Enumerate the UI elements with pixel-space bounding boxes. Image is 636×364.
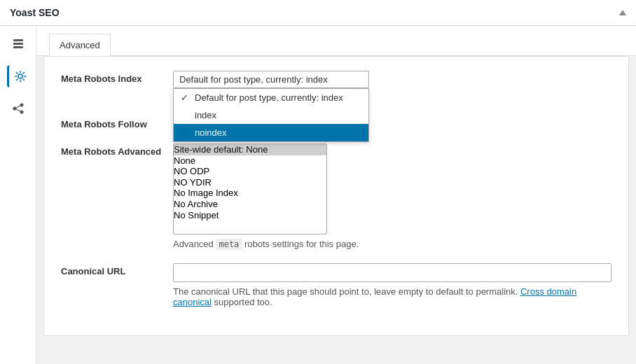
svg-rect-1 — [13, 43, 23, 45]
page-icon[interactable] — [7, 33, 29, 55]
meta-robots-index-row: Meta Robots Index Default for post type,… — [61, 71, 611, 88]
tab-bar: Advanced — [36, 26, 636, 56]
checkmark-default: ✓ — [181, 92, 191, 103]
listbox-item-no-image-index[interactable]: No Image Index — [174, 188, 326, 199]
meta-robots-advanced-label: Meta Robots Advanced — [61, 144, 173, 157]
sidebar — [0, 26, 36, 364]
svg-line-8 — [15, 108, 22, 112]
dropdown-item-default[interactable]: ✓ Default for post type, currently: inde… — [174, 89, 368, 106]
app-title: Yoast SEO — [10, 7, 60, 18]
svg-line-7 — [15, 105, 22, 108]
canonical-url-label: Canonical URL — [61, 263, 173, 276]
meta-robots-advanced-listbox[interactable]: Site-wide default: None None NO ODP NO Y… — [173, 144, 327, 234]
select-trigger[interactable]: Default for post type, currently: index — [173, 71, 369, 88]
select-current-value: Default for post type, currently: index — [179, 74, 328, 85]
listbox-item-site-wide[interactable]: Site-wide default: None — [174, 144, 326, 155]
svg-rect-2 — [13, 46, 23, 48]
meta-robots-follow-label: Meta Robots Follow — [61, 116, 173, 130]
title-bar: Yoast SEO — [0, 0, 636, 26]
content-area: Advanced Meta Robots Index Default for p… — [36, 26, 636, 364]
scroll-up-arrow[interactable] — [619, 10, 626, 15]
dropdown-menu: ✓ Default for post type, currently: inde… — [173, 88, 369, 142]
tab-advanced[interactable]: Advanced — [49, 34, 111, 56]
svg-point-3 — [18, 74, 22, 78]
listbox-item-no-ydir[interactable]: NO YDIR — [174, 177, 326, 188]
settings-icon[interactable] — [7, 65, 29, 88]
canonical-url-input[interactable] — [173, 263, 611, 282]
canonical-url-description: The canonical URL that this page should … — [173, 286, 611, 307]
meta-robots-index-control: Default for post type, currently: index … — [173, 71, 611, 88]
meta-robots-index-label: Meta Robots Index — [61, 71, 173, 84]
panel: Meta Robots Index Default for post type,… — [43, 56, 629, 336]
meta-robots-advanced-control: Site-wide default: None None NO ODP NO Y… — [173, 144, 611, 249]
select-wrapper: Default for post type, currently: index … — [173, 71, 369, 88]
listbox-item-no-snippet[interactable]: No Snippet — [174, 210, 326, 221]
listbox-item-no-archive[interactable]: No Archive — [174, 199, 326, 210]
meta-robots-advanced-row: Meta Robots Advanced Site-wide default: … — [61, 144, 611, 249]
listbox-item-none[interactable]: None — [174, 155, 326, 167]
canonical-url-control: The canonical URL that this page should … — [173, 263, 611, 307]
listbox-item-no-odp[interactable]: NO ODP — [174, 166, 326, 177]
canonical-url-row: Canonical URL The canonical URL that thi… — [61, 263, 611, 307]
svg-rect-0 — [13, 39, 23, 41]
dropdown-item-noindex[interactable]: noindex — [174, 124, 368, 141]
meta-robots-advanced-description: Advanced meta robots settings for this p… — [173, 239, 611, 249]
dropdown-item-index[interactable]: index — [174, 106, 368, 124]
meta-code: meta — [216, 239, 242, 250]
social-icon[interactable] — [7, 97, 29, 120]
